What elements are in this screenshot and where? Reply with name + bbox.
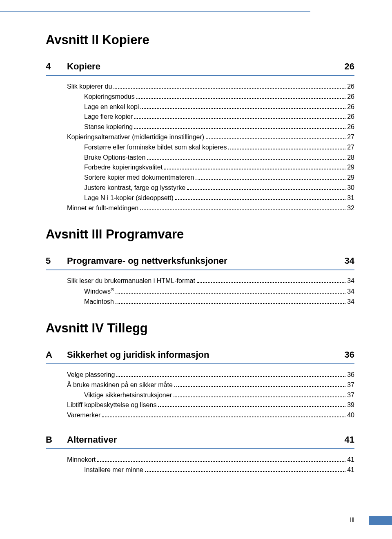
chapter-heading[interactable]: 4Kopiere26: [46, 61, 354, 74]
toc-dot-leader: [136, 93, 346, 98]
toc-dot-leader: [206, 134, 345, 139]
toc-dot-leader: [116, 298, 345, 304]
toc-entry-label: Velge plassering: [67, 370, 115, 380]
page-number: iii: [350, 516, 354, 523]
toc-entry[interactable]: Kopieringsmodus26: [46, 92, 354, 102]
section-title: Avsnitt II Kopiere: [46, 33, 354, 47]
toc-dot-leader: [114, 83, 345, 89]
toc-list: Velge plassering36Å bruke maskinen på en…: [46, 370, 354, 421]
toc-entry-page: 30: [347, 183, 354, 193]
toc-entry-label: Slik kopierer du: [67, 82, 112, 92]
toc-dot-leader: [174, 391, 345, 397]
chapter-number: 4: [46, 61, 67, 72]
toc-entry-label: Forbedre kopieringskvalitet: [84, 163, 163, 173]
toc-entry-label: Minnet er fullt-meldingen: [67, 203, 138, 214]
toc-dot-leader: [175, 194, 345, 200]
toc-dot-leader: [134, 123, 345, 129]
chapter-title: Alternativer: [67, 434, 345, 445]
chapter-number: B: [46, 434, 67, 445]
toc-entry[interactable]: Macintosh34: [46, 297, 354, 307]
chapter-page: 36: [345, 350, 354, 360]
toc-entry[interactable]: Minnet er fullt-meldingen32: [46, 203, 354, 214]
toc-entry[interactable]: Minnekort41: [46, 455, 354, 465]
toc-entry[interactable]: Sortere kopier med dokumentmateren29: [46, 173, 354, 183]
chapter-number: 5: [46, 256, 67, 266]
chapter-underline: [46, 363, 354, 364]
toc-entry-label: Lage N i 1-kopier (sideoppsett): [84, 193, 174, 203]
toc-entry-page: 40: [347, 410, 354, 421]
toc-entry-label: Lage en enkel kopi: [84, 102, 139, 112]
toc-entry[interactable]: Installere mer minne41: [46, 465, 354, 475]
toc-entry[interactable]: Velge plassering36: [46, 370, 354, 380]
toc-content: Avsnitt II Kopiere4Kopiere26Slik kopiere…: [0, 0, 392, 475]
toc-entry[interactable]: Forbedre kopieringskvalitet29: [46, 163, 354, 173]
toc-entry-label: Lage flere kopier: [84, 112, 133, 122]
toc-entry-page: 27: [347, 132, 354, 143]
toc-entry[interactable]: Lage en enkel kopi26: [46, 102, 354, 112]
section-title: Avsnitt IV Tillegg: [46, 321, 354, 336]
toc-entry[interactable]: Slik leser du brukermanualen i HTML-form…: [46, 276, 354, 286]
chapter-heading[interactable]: 5Programvare- og nettverksfunksjoner34: [46, 256, 354, 269]
toc-entry-page: 41: [347, 455, 354, 465]
toc-entry[interactable]: Forstørre eller forminske bildet som ska…: [46, 143, 354, 153]
toc-entry[interactable]: Kopieringsalternativer (midlertidige inn…: [46, 132, 354, 143]
toc-entry-label: Stanse kopiering: [84, 122, 133, 132]
toc-entry-page: 28: [347, 153, 354, 163]
section-title: Avsnitt III Programvare: [46, 227, 354, 242]
chapter-underline: [46, 75, 354, 76]
toc-entry-page: 26: [347, 122, 354, 132]
toc-entry[interactable]: Libtiff kopibeskyttelse og lisens39: [46, 400, 354, 410]
chapter-number: A: [46, 350, 67, 360]
chapter-underline: [46, 270, 354, 270]
toc-entry-label: Minnekort: [67, 455, 96, 465]
toc-entry-label: Bruke Options-tasten: [84, 153, 145, 163]
toc-entry-page: 39: [347, 400, 354, 410]
toc-entry-label: Forstørre eller forminske bildet som ska…: [84, 143, 227, 153]
toc-entry-page: 26: [347, 102, 354, 112]
toc-dot-leader: [116, 371, 345, 377]
toc-entry-page: 37: [347, 390, 354, 401]
chapter-heading[interactable]: BAlternativer41: [46, 434, 354, 448]
toc-entry-page: 34: [347, 297, 354, 307]
toc-list: Minnekort41Installere mer minne41: [46, 455, 354, 475]
toc-entry[interactable]: Viktige sikkerhetsinstruksjoner37: [46, 390, 354, 401]
toc-entry[interactable]: Lage flere kopier26: [46, 112, 354, 122]
toc-entry-label: Justere kontrast, farge og lysstyrke: [84, 183, 185, 193]
toc-entry[interactable]: Å bruke maskinen på en sikker måte37: [46, 380, 354, 390]
toc-dot-leader: [187, 184, 345, 190]
toc-entry-page: 27: [347, 143, 354, 153]
toc-entry-label: Libtiff kopibeskyttelse og lisens: [67, 400, 156, 410]
chapter: 4Kopiere26Slik kopierer du26Kopieringsmo…: [46, 61, 354, 213]
toc-dot-leader: [140, 204, 345, 210]
chapter: ASikkerhet og juridisk informasjon36Velg…: [46, 350, 354, 421]
toc-dot-leader: [97, 456, 345, 462]
toc-entry-label: Windows®: [84, 286, 114, 297]
toc-entry[interactable]: Slik kopierer du26: [46, 82, 354, 92]
toc-entry[interactable]: Windows®34: [46, 286, 354, 297]
toc-dot-leader: [174, 381, 345, 387]
top-rule: [0, 11, 310, 12]
toc-entry[interactable]: Lage N i 1-kopier (sideoppsett)31: [46, 193, 354, 203]
toc-entry-label: Slik leser du brukermanualen i HTML-form…: [67, 276, 195, 286]
chapter-title: Kopiere: [67, 61, 345, 72]
chapter-title: Sikkerhet og juridisk informasjon: [67, 350, 345, 360]
toc-entry-page: 26: [347, 92, 354, 102]
chapter-underline: [46, 448, 354, 449]
toc-entry[interactable]: Stanse kopiering26: [46, 122, 354, 132]
toc-entry-page: 41: [347, 465, 354, 475]
toc-entry-label: Sortere kopier med dokumentmateren: [84, 173, 194, 183]
toc-entry-label: Viktige sikkerhetsinstruksjoner: [84, 390, 172, 401]
toc-entry[interactable]: Varemerker40: [46, 410, 354, 421]
toc-dot-leader: [102, 412, 345, 417]
toc-entry-page: 29: [347, 163, 354, 173]
chapter-page: 34: [345, 256, 354, 266]
chapter-page: 41: [345, 434, 354, 445]
toc-entry[interactable]: Justere kontrast, farge og lysstyrke30: [46, 183, 354, 193]
chapter-title: Programvare- og nettverksfunksjoner: [67, 256, 345, 266]
toc-entry[interactable]: Bruke Options-tasten28: [46, 153, 354, 163]
toc-dot-leader: [116, 288, 345, 294]
toc-dot-leader: [196, 174, 345, 180]
chapter-heading[interactable]: ASikkerhet og juridisk informasjon36: [46, 350, 354, 363]
chapter: BAlternativer41Minnekort41Installere mer…: [46, 434, 354, 475]
toc-entry-label: Kopieringsalternativer (midlertidige inn…: [67, 132, 204, 143]
